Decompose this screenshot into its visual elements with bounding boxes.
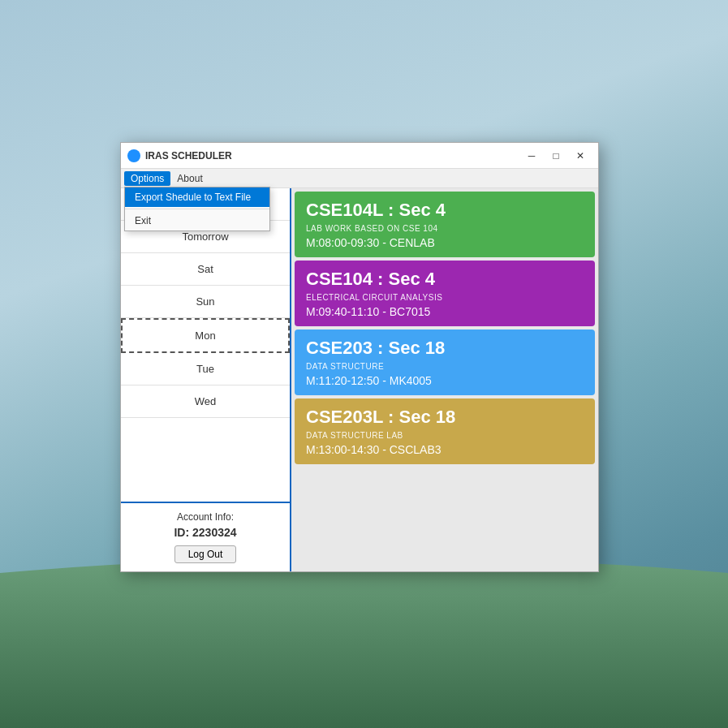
course-time-cse104: M:09:40-11:10 - BC7015 [306,305,584,318]
app-window: IRAS SCHEDULER ─ □ ✕ Options About Expor… [120,142,599,572]
title-bar: IRAS SCHEDULER ─ □ ✕ [121,143,598,169]
course-title-cse104l: CSE104L : Sec 4 [306,200,584,221]
course-time-cse104l: M:08:00-09:30 - CENLAB [306,236,584,249]
sidebar-item-sat[interactable]: Sat [121,253,290,286]
course-subtitle-cse104: ELECTRICAL CIRCUIT ANALYSIS [306,293,584,302]
app-icon [127,149,140,162]
course-subtitle-cse104l: LAB WORK BASED ON CSE 104 [306,224,584,233]
course-subtitle-cse203: DATA STRUCTURE [306,362,584,371]
course-card-cse104[interactable]: CSE104 : Sec 4 ELECTRICAL CIRCUIT ANALYS… [295,261,595,326]
account-info: Account Info: ID: 2230324 Log Out [121,502,290,571]
content-area: Today Tomorrow Sat Sun Mon Tue Wed Accou… [121,188,598,571]
course-time-cse203: M:11:20-12:50 - MK4005 [306,374,584,387]
course-card-cse203[interactable]: CSE203 : Sec 18 DATA STRUCTURE M:11:20-1… [295,330,595,395]
course-title-cse203: CSE203 : Sec 18 [306,338,584,359]
exit-menu-item[interactable]: Exit [125,211,269,230]
sidebar: Today Tomorrow Sat Sun Mon Tue Wed Accou… [121,188,291,571]
sidebar-item-mon[interactable]: Mon [121,318,290,353]
course-title-cse104: CSE104 : Sec 4 [306,269,584,290]
title-bar-controls: ─ □ ✕ [520,147,592,165]
sidebar-item-tue[interactable]: Tue [121,353,290,386]
course-subtitle-cse203l: DATA STRUCTURE LAB [306,431,584,440]
schedule-panel: CSE104L : Sec 4 LAB WORK BASED ON CSE 10… [291,188,598,571]
course-time-cse203l: M:13:00-14:30 - CSCLAB3 [306,443,584,456]
maximize-button[interactable]: □ [545,147,567,165]
menu-about[interactable]: About [170,171,209,186]
window-title: IRAS SCHEDULER [145,150,520,162]
menu-bar: Options About Export Shedule to Text Fil… [121,169,598,188]
sidebar-item-wed[interactable]: Wed [121,386,290,418]
course-title-cse203l: CSE203L : Sec 18 [306,407,584,428]
options-dropdown: Export Shedule to Text File Exit [124,187,270,231]
sidebar-item-sun[interactable]: Sun [121,286,290,318]
minimize-button[interactable]: ─ [520,147,543,165]
account-id: ID: 2230324 [129,526,282,539]
export-menu-item[interactable]: Export Shedule to Text File [125,187,269,207]
logout-button[interactable]: Log Out [174,545,237,563]
sidebar-days: Today Tomorrow Sat Sun Mon Tue Wed [121,188,290,502]
menu-options[interactable]: Options [124,171,170,186]
course-card-cse104l[interactable]: CSE104L : Sec 4 LAB WORK BASED ON CSE 10… [295,192,595,257]
account-label: Account Info: [129,511,282,523]
menu-separator [125,209,269,209]
close-button[interactable]: ✕ [569,147,592,165]
course-card-cse203l[interactable]: CSE203L : Sec 18 DATA STRUCTURE LAB M:13… [295,398,595,464]
